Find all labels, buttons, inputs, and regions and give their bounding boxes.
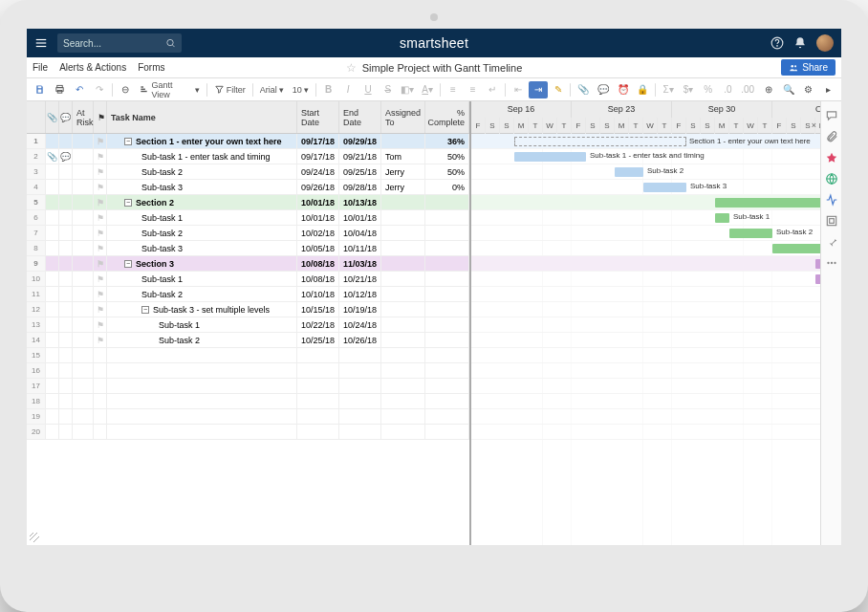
comment-cell[interactable] (59, 195, 73, 209)
table-row[interactable]: 4⚑Sub-task 309/26/1809/28/18Jerry0% (27, 180, 469, 195)
underline-icon[interactable]: U (358, 81, 378, 98)
attach-icon[interactable]: 📎 (574, 81, 593, 98)
comment-cell[interactable] (59, 333, 73, 347)
gear-icon[interactable]: ⚙ (798, 81, 817, 98)
assigned-cell[interactable] (381, 256, 425, 271)
flag-cell[interactable]: ⚑ (94, 134, 107, 148)
format-rail-icon[interactable] (825, 214, 838, 228)
sum-icon[interactable]: Σ▾ (659, 81, 678, 98)
task-cell[interactable] (107, 425, 297, 439)
comment-cell[interactable] (59, 363, 73, 378)
gantt-bar[interactable] (772, 244, 820, 253)
assigned-cell[interactable] (381, 210, 425, 225)
task-cell[interactable]: Sub-task 1 (107, 210, 297, 225)
menu-forms[interactable]: Forms (138, 62, 164, 73)
comment-cell[interactable] (59, 180, 73, 194)
task-cell[interactable]: Sub-task 2 (107, 287, 297, 301)
table-row[interactable]: 2📎💬⚑Sub-task 1 - enter task and timing09… (27, 149, 469, 164)
flag-cell[interactable]: ⚑ (94, 195, 107, 209)
attach-cell[interactable]: 📎 (46, 149, 59, 164)
end-cell[interactable]: 09/28/18 (339, 180, 381, 194)
start-cell[interactable]: 09/17/18 (297, 149, 339, 164)
risk-cell[interactable] (73, 180, 94, 194)
end-cell[interactable]: 10/19/18 (339, 302, 381, 317)
attach-cell[interactable] (46, 333, 59, 347)
flag-cell[interactable]: ⚑ (94, 210, 107, 225)
end-cell[interactable]: 11/03/18 (339, 256, 381, 271)
pct-cell[interactable] (425, 226, 469, 240)
col-end[interactable]: End Date (339, 101, 381, 133)
pct-cell[interactable] (425, 333, 469, 347)
assigned-cell[interactable] (381, 272, 425, 286)
save-icon[interactable] (31, 81, 50, 98)
comments-rail-icon[interactable] (825, 109, 838, 122)
indent-icon[interactable]: ⇥ (529, 81, 548, 98)
assigned-cell[interactable] (381, 394, 425, 408)
bold-icon[interactable]: B (319, 81, 338, 98)
avatar[interactable] (816, 34, 834, 52)
assigned-cell[interactable] (381, 409, 425, 424)
attach-cell[interactable] (46, 363, 59, 378)
start-cell[interactable] (297, 363, 339, 378)
end-cell[interactable]: 10/21/18 (339, 272, 381, 286)
star-icon[interactable]: ☆ (346, 61, 357, 75)
find-icon[interactable]: 🔍 (779, 81, 798, 98)
attach-cell[interactable] (46, 317, 59, 332)
comment-icon[interactable]: 💬 (594, 81, 613, 98)
flag-cell[interactable]: ⚑ (94, 226, 107, 240)
table-row[interactable]: 16 (27, 363, 469, 379)
search-box[interactable] (57, 33, 182, 53)
table-row[interactable]: 8⚑Sub-task 310/05/1810/11/18 (27, 241, 469, 256)
share-button[interactable]: Share (781, 59, 835, 76)
pct-cell[interactable] (425, 272, 469, 286)
assigned-cell[interactable] (381, 333, 425, 347)
col-pct[interactable]: % Complete (425, 101, 469, 133)
gantt-bar[interactable] (815, 259, 820, 269)
gantt-bar[interactable]: Sub-task 3 (643, 183, 686, 192)
comment-cell[interactable]: 💬 (59, 149, 73, 164)
highlight-icon[interactable]: ✎ (549, 81, 568, 98)
pct-cell[interactable] (425, 195, 469, 209)
task-cell[interactable]: Sub-task 1 (107, 272, 297, 286)
start-cell[interactable]: 10/01/18 (297, 195, 339, 209)
task-cell[interactable]: Sub-task 1 - enter task and timing (107, 149, 297, 164)
table-row[interactable]: 7⚑Sub-task 210/02/1810/04/18 (27, 226, 469, 241)
comment-cell[interactable] (59, 425, 73, 439)
attach-cell[interactable] (46, 409, 59, 424)
pin-rail-icon[interactable] (825, 235, 838, 249)
risk-cell[interactable] (73, 379, 94, 393)
assigned-cell[interactable] (381, 302, 425, 317)
assigned-cell[interactable] (381, 425, 425, 439)
attach-cell[interactable] (46, 287, 59, 301)
pct-cell[interactable] (425, 317, 469, 332)
risk-cell[interactable] (73, 134, 94, 148)
start-cell[interactable]: 10/08/18 (297, 256, 339, 271)
col-start[interactable]: Start Date (297, 101, 339, 133)
risk-cell[interactable] (73, 363, 94, 378)
comment-cell[interactable] (59, 241, 73, 255)
risk-cell[interactable] (73, 272, 94, 286)
risk-cell[interactable] (73, 425, 94, 439)
task-cell[interactable] (107, 394, 297, 408)
task-cell[interactable]: −Section 3 (107, 256, 297, 271)
risk-cell[interactable] (73, 287, 94, 301)
task-cell[interactable]: Sub-task 2 (107, 333, 297, 347)
end-cell[interactable] (339, 394, 381, 408)
pct-cell[interactable] (425, 409, 469, 424)
undo-icon[interactable]: ↶ (70, 81, 89, 98)
zoom-out-icon[interactable]: ⊖ (116, 81, 135, 98)
start-cell[interactable]: 10/08/18 (297, 272, 339, 286)
table-row[interactable]: 12⚑−Sub-task 3 - set multiple levels10/1… (27, 302, 469, 317)
assigned-cell[interactable]: Jerry (381, 164, 425, 179)
comment-cell[interactable] (59, 348, 73, 362)
pct-cell[interactable] (425, 394, 469, 408)
pct-cell[interactable] (425, 256, 469, 271)
start-cell[interactable] (297, 379, 339, 393)
pct-cell[interactable]: 50% (425, 149, 469, 164)
pct-cell[interactable] (425, 302, 469, 317)
proof-rail-icon[interactable] (825, 151, 838, 164)
collapse-icon[interactable]: − (124, 138, 132, 145)
table-row[interactable]: 20 (27, 425, 469, 440)
end-cell[interactable]: 10/01/18 (339, 210, 381, 225)
comment-cell[interactable] (59, 302, 73, 317)
